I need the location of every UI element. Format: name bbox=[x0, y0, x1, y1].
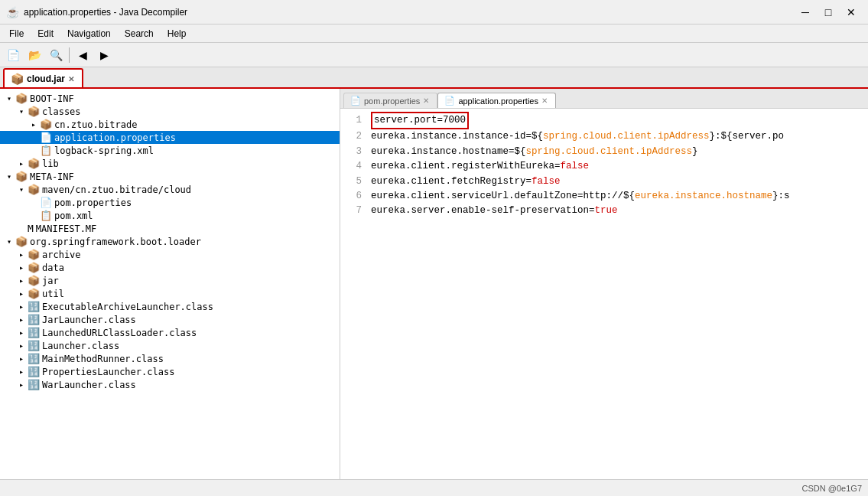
tree-toggle-icon[interactable]: ▸ bbox=[15, 380, 28, 389]
tree-item[interactable]: ▸🔢MainMethodRunner.class bbox=[0, 352, 340, 365]
code-line: 7eureka.server.enable-self-preservation=… bbox=[340, 204, 868, 218]
tree-item[interactable]: 📋logback-spring.xml bbox=[0, 144, 340, 157]
editor-tab-close-button[interactable]: ✕ bbox=[423, 96, 429, 105]
tree-item[interactable]: ▾📦classes bbox=[0, 105, 340, 118]
tree-item-label: MANIFEST.MF bbox=[36, 224, 96, 234]
tree-item-label: BOOT-INF bbox=[30, 93, 74, 104]
back-button[interactable]: ◀ bbox=[73, 45, 93, 65]
tree-item[interactable]: ▸📦lib bbox=[0, 157, 340, 170]
tree-toggle-icon[interactable]: ▸ bbox=[15, 302, 28, 311]
tree-item[interactable]: ▾📦org.springframework.boot.loader bbox=[0, 235, 340, 248]
menu-item-edit[interactable]: Edit bbox=[31, 27, 60, 41]
tree-toggle-icon[interactable]: ▾ bbox=[3, 172, 15, 181]
window-controls: ─ □ ✕ bbox=[795, 2, 862, 23]
tree-item[interactable]: ▸🔢LaunchedURLClassLoader.class bbox=[0, 326, 340, 339]
forward-button[interactable]: ▶ bbox=[94, 45, 114, 65]
code-line: 4eureka.client.registerWithEureka=false bbox=[340, 159, 868, 174]
tree-toggle-icon[interactable]: ▸ bbox=[15, 367, 28, 376]
line-number: 4 bbox=[340, 159, 362, 174]
tree-item[interactable]: 📄application.properties bbox=[0, 131, 340, 144]
tree-item[interactable]: ▸🔢PropertiesLauncher.class bbox=[0, 365, 340, 378]
tree-item[interactable]: ▾📦BOOT-INF bbox=[0, 92, 340, 105]
line-number: 6 bbox=[340, 189, 362, 204]
main-content: ▾📦BOOT-INF▾📦classes▸📦cn.ztuo.bitrade 📄ap… bbox=[0, 89, 868, 479]
tree-toggle-icon[interactable]: ▸ bbox=[15, 328, 28, 337]
menu-item-search[interactable]: Search bbox=[119, 27, 160, 41]
minimize-button[interactable]: ─ bbox=[795, 2, 816, 23]
tree-item-icon: 📦 bbox=[28, 249, 40, 260]
tree-item-label: archive bbox=[42, 250, 81, 260]
line-content: eureka.instance.hostname=${spring.cloud.… bbox=[371, 145, 698, 159]
tree-item-label: jar bbox=[42, 276, 59, 286]
tree-item[interactable]: ▸📦data bbox=[0, 261, 340, 274]
close-button[interactable]: ✕ bbox=[840, 2, 862, 23]
tree-toggle-icon[interactable]: ▸ bbox=[15, 315, 28, 324]
tree-item-icon: 🔢 bbox=[28, 327, 40, 338]
tree-item-label: Launcher.class bbox=[42, 341, 119, 351]
tree-item[interactable]: ▸🔢Launcher.class bbox=[0, 339, 340, 352]
tree-toggle-icon[interactable]: ▸ bbox=[15, 159, 28, 168]
package-tab-cloud-jar[interactable]: 📦 cloud.jar ✕ bbox=[3, 68, 83, 87]
tree-item[interactable]: ▸🔢JarLauncher.class bbox=[0, 313, 340, 326]
menu-item-help[interactable]: Help bbox=[161, 27, 193, 41]
tree-toggle-icon[interactable]: ▾ bbox=[15, 185, 28, 194]
highlight-value: server.port=7000 bbox=[371, 112, 469, 129]
tree-item[interactable]: ▸📦util bbox=[0, 287, 340, 300]
tree-item-icon: 🔢 bbox=[28, 301, 40, 312]
tree-toggle-icon[interactable]: ▸ bbox=[15, 354, 28, 363]
tree-item[interactable]: ▾📦META-INF bbox=[0, 170, 340, 183]
open-button[interactable]: 📂 bbox=[24, 45, 44, 65]
code-value-orange: spring.cloud.client.ipAddress bbox=[543, 131, 710, 142]
line-content: eureka.server.enable-self-preservation=t… bbox=[371, 204, 618, 218]
window-title: application.properties - Java Decompiler bbox=[24, 7, 187, 18]
line-number: 2 bbox=[340, 129, 362, 144]
tree-toggle-icon[interactable]: ▸ bbox=[15, 250, 28, 259]
tree-item[interactable]: ▸📦jar bbox=[0, 274, 340, 287]
code-text: }:${server.po bbox=[710, 131, 785, 142]
tree-item[interactable]: 📋pom.xml bbox=[0, 209, 340, 222]
tree-item-icon: 🔢 bbox=[28, 340, 40, 351]
tree-item-icon: 📦 bbox=[15, 171, 28, 182]
tree-item-icon: 📦 bbox=[28, 158, 40, 169]
tree-item-icon: 📦 bbox=[28, 184, 40, 195]
tree-item[interactable]: ▸🔢ExecutableArchiveLauncher.class bbox=[0, 300, 340, 313]
tree-item[interactable]: ▸📦cn.ztuo.bitrade bbox=[0, 118, 340, 131]
menu-item-navigation[interactable]: Navigation bbox=[61, 27, 117, 41]
tree-panel[interactable]: ▾📦BOOT-INF▾📦classes▸📦cn.ztuo.bitrade 📄ap… bbox=[0, 89, 340, 479]
editor-content[interactable]: 1server.port=70002eureka.instance.instan… bbox=[340, 109, 868, 479]
package-tab-close-button[interactable]: ✕ bbox=[68, 75, 74, 83]
tree-toggle-icon[interactable]: ▸ bbox=[15, 341, 28, 350]
tree-item-label: cn.ztuo.bitrade bbox=[54, 119, 137, 130]
maximize-button[interactable]: □ bbox=[818, 2, 839, 23]
tree-item[interactable]: 📄pom.properties bbox=[0, 196, 340, 209]
line-number: 5 bbox=[340, 175, 362, 189]
tree-item[interactable]: MMANIFEST.MF bbox=[0, 222, 340, 235]
editor-tab-icon: 📄 bbox=[350, 96, 361, 106]
tree-item[interactable]: ▾📦maven/cn.ztuo.bitrade/cloud bbox=[0, 183, 340, 196]
editor-tab-close-button[interactable]: ✕ bbox=[541, 96, 548, 105]
tree-toggle-icon[interactable]: ▾ bbox=[3, 94, 15, 103]
tree-toggle-icon[interactable]: ▸ bbox=[15, 276, 28, 285]
tree-toggle-icon[interactable]: ▸ bbox=[15, 289, 28, 298]
tree-item[interactable]: ▸🔢WarLauncher.class bbox=[0, 378, 340, 391]
tree-toggle-icon[interactable]: ▸ bbox=[15, 263, 28, 272]
toolbar: 📄 📂 🔍 ◀ ▶ bbox=[0, 43, 868, 67]
tree-item-icon: 🔢 bbox=[28, 366, 40, 377]
tree-item-label: pom.properties bbox=[54, 197, 132, 208]
tree-item-icon: 📄 bbox=[40, 132, 52, 143]
tree-toggle-icon[interactable]: ▸ bbox=[28, 120, 40, 129]
code-text: eureka.server.enable-self-preservation= bbox=[371, 205, 595, 216]
line-number: 1 bbox=[340, 113, 362, 128]
tree-toggle-icon[interactable]: ▾ bbox=[3, 237, 15, 246]
tree-item[interactable]: ▸📦archive bbox=[0, 248, 340, 261]
tree-item-icon: 📋 bbox=[40, 145, 52, 156]
tree-item-label: PropertiesLauncher.class bbox=[42, 367, 174, 377]
package-tab-label: cloud.jar bbox=[27, 73, 65, 84]
tree-toggle-icon[interactable]: ▾ bbox=[15, 107, 28, 116]
new-file-button[interactable]: 📄 bbox=[3, 45, 23, 65]
menu-item-file[interactable]: File bbox=[3, 27, 30, 41]
editor-tab-application-properties[interactable]: 📄 application.properties ✕ bbox=[437, 93, 556, 108]
search-toolbar-button[interactable]: 🔍 bbox=[46, 45, 66, 65]
tree-item-label: classes bbox=[42, 106, 81, 117]
editor-tab-pom-properties[interactable]: 📄 pom.properties ✕ bbox=[343, 93, 437, 108]
